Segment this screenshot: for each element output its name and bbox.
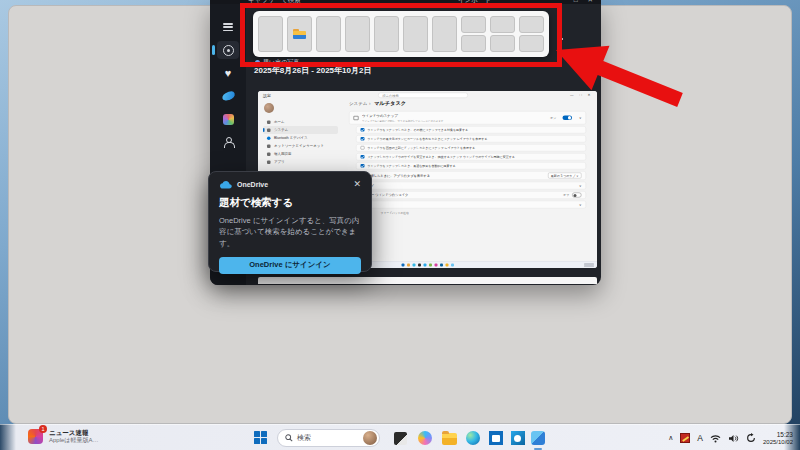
- taskbar-search-box[interactable]: 検索: [277, 429, 380, 447]
- photos-icon[interactable]: [531, 431, 545, 445]
- news-headline: ニュース速報 Appleは軽量版A…: [49, 429, 99, 444]
- snap-option-row: ウィンドウを画面の上部にドラッグしたときにスナップ レイアウトを表示する: [356, 144, 586, 152]
- clock[interactable]: 15:23 2025/10/02: [763, 431, 793, 446]
- power-sync-icon[interactable]: [746, 433, 756, 443]
- file-explorer-icon[interactable]: [442, 433, 457, 445]
- outlook-icon[interactable]: [511, 431, 525, 445]
- tooltip-title: 題材で検索する: [219, 196, 361, 210]
- edge-icon[interactable]: [466, 431, 480, 445]
- checkbox-checked: [361, 137, 365, 141]
- widgets-button[interactable]: 1 ニュース速報 Appleは軽量版A…: [28, 429, 99, 444]
- tray-app-icon[interactable]: [680, 433, 690, 443]
- title-bar-shake-row: タイトル バー ウィンドウのシェイク オフ: [349, 191, 586, 199]
- ime-indicator[interactable]: A: [697, 433, 703, 443]
- alt-tab-dropdown: 最新の 5 つのタブ ∨: [548, 173, 582, 179]
- copilot-icon[interactable]: [418, 431, 432, 445]
- settings-nav-network: ネットワークとインターネット: [263, 142, 338, 150]
- checkbox-checked: [361, 164, 365, 168]
- hamburger-menu-icon[interactable]: [217, 18, 239, 36]
- settings-nav-system: システム: [263, 126, 338, 134]
- onedrive-icon[interactable]: [217, 87, 239, 105]
- checkbox-unchecked: [361, 146, 365, 150]
- window-controls[interactable]: □ ✕: [574, 0, 597, 4]
- search-highlight-avatar: [363, 431, 377, 445]
- search-placeholder: 検索: [297, 433, 359, 443]
- onedrive-tooltip: OneDrive ✕ 題材で検索する OneDrive にサインインすると、写真…: [208, 171, 372, 272]
- taskbar: 1 ニュース速報 Appleは軽量版A… 検索 ∧ A: [0, 424, 800, 450]
- tooltip-body: OneDrive にサインインすると、写真の内容に基づいて検索を始めることができ…: [219, 215, 361, 249]
- settings-title: 設定: [263, 93, 271, 99]
- user-avatar: [264, 103, 274, 113]
- settings-window-controls: — □ ✕: [570, 93, 593, 97]
- onedrive-cloud-icon: [219, 180, 232, 189]
- desktop: ギャラリーで検索 インポート □ ✕ ♥ 思: [0, 0, 800, 450]
- onedrive-label: OneDrive: [237, 181, 348, 188]
- annotation-red-box: [240, 3, 562, 67]
- apps-expander-row: アプリ∨: [349, 201, 586, 209]
- favorites-heart-icon[interactable]: ♥: [217, 64, 239, 82]
- onedrive-signin-button[interactable]: OneDrive にサインイン: [219, 257, 361, 274]
- search-icon: [285, 434, 293, 442]
- widgets-icon: 1: [28, 429, 43, 444]
- checkbox-checked: [361, 155, 365, 159]
- wifi-icon[interactable]: [710, 434, 721, 443]
- snap-option-row: ウィンドウをスナップしたとき、その横にスナップできる対象を提案する: [356, 126, 586, 134]
- snap-toggle-row: ウィンドウのスナップ ウィンドウを自動的に整列し、サイズを調整してスペースに合わ…: [349, 111, 586, 125]
- alt-tab-row: Alt + Tab を押したときに、アプリのタブを表示する 最新の 5 つのタブ…: [349, 171, 586, 180]
- close-icon[interactable]: ✕: [353, 180, 361, 189]
- snap-option-row: ウィンドウの最大化ボタンにカーソルを合わせたときにスナップ レイアウトを表示する: [356, 135, 586, 143]
- settings-nav-home: ホーム: [263, 118, 338, 126]
- settings-footer-links: ヘルプを表示フィードバックの送信: [351, 212, 586, 216]
- settings-nav-personalization: 個人用設定: [263, 150, 338, 158]
- windows-start-icon[interactable]: [254, 431, 267, 444]
- settings-search-input: 設定の検索: [378, 93, 468, 99]
- people-icon[interactable]: [217, 133, 239, 151]
- settings-nav-apps: アプリ: [263, 158, 338, 166]
- tray-chevron-icon[interactable]: ∧: [668, 434, 673, 442]
- photo-next-partial[interactable]: [258, 277, 597, 284]
- task-view-icon[interactable]: [394, 432, 407, 445]
- snap-option-row: ウィンドウをスナップしたとき、最適な配置を自動的に提案する: [356, 162, 586, 170]
- shake-toggle: [572, 193, 582, 198]
- system-tray: ∧ A 15:23 2025/10/02: [668, 425, 800, 450]
- store-icon[interactable]: [489, 431, 503, 445]
- snap-toggle: [562, 115, 572, 120]
- checkbox-checked: [361, 128, 365, 132]
- notification-badge: 1: [39, 425, 47, 433]
- desktop-expander-row: デスクトップ∨: [349, 182, 586, 190]
- settings-nav-bluetooth: Bluetooth とデバイス: [263, 134, 338, 142]
- snap-option-row: スナップしたウィンドウのサイズを変更するとき、隣接するスナップ ウィンドウのサイ…: [356, 153, 586, 161]
- snap-icon: [354, 116, 359, 120]
- all-photos-icon[interactable]: [217, 41, 239, 59]
- albums-icon[interactable]: [217, 110, 239, 128]
- breadcrumb: システム›マルチタスク: [349, 100, 586, 107]
- volume-icon[interactable]: [728, 434, 739, 443]
- screenshot-clock: [584, 263, 594, 267]
